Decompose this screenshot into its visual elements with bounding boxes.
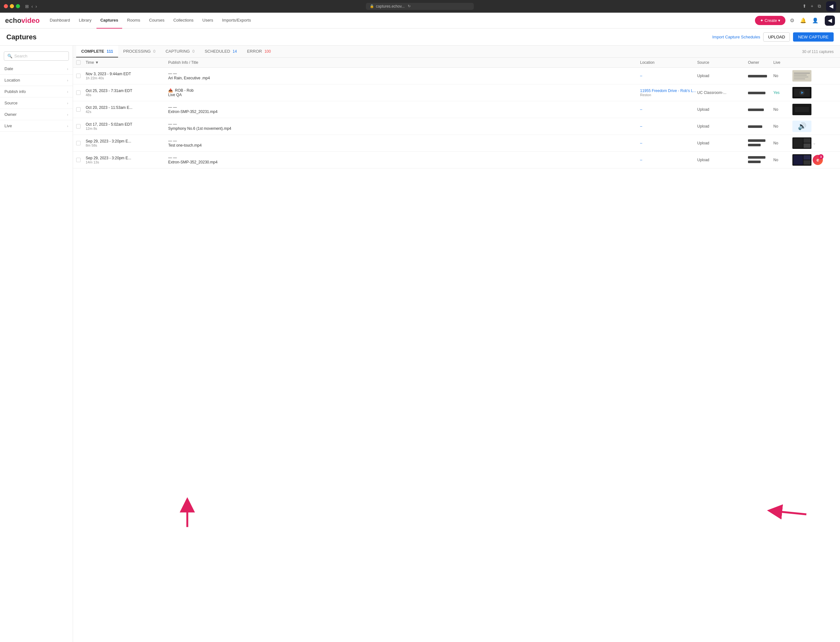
user-profile-button[interactable]: 👤: [811, 16, 820, 25]
thumbnail-cell: 🔊: [792, 121, 837, 132]
sidebar-toggle-icon[interactable]: ⊞: [25, 4, 29, 9]
tab-processing-count: 0: [153, 49, 156, 54]
sidebar-item-live[interactable]: Live ›: [0, 120, 73, 132]
select-all-checkbox[interactable]: [76, 60, 86, 65]
time-header[interactable]: Time ▼: [86, 60, 168, 65]
source-cell: UC Classroom-...: [697, 91, 748, 95]
owner-header[interactable]: Owner: [748, 60, 774, 65]
nav-link-rooms[interactable]: Rooms: [123, 13, 144, 29]
row-checkbox[interactable]: [76, 124, 81, 128]
nav-forward-icon[interactable]: ›: [36, 4, 37, 9]
svg-rect-1: [794, 73, 810, 74]
titlebar: ⊞ ‹ › 🔒 captures.echov... ↻ ⬆ + ⧉ ◀: [0, 0, 840, 13]
new-capture-button[interactable]: NEW CAPTURE: [793, 32, 834, 42]
time-cell: Oct 20, 2023 - 11:53am E... 42s: [86, 105, 168, 113]
tab-capturing[interactable]: CAPTURING 0: [161, 46, 199, 57]
audio-icon: 🔊: [798, 122, 806, 130]
table-row[interactable]: Sep 29, 2023 - 3:20pm E... 14m 13s — — E…: [73, 152, 840, 169]
nav-link-imports-exports[interactable]: Imports/Exports: [218, 13, 255, 29]
minimize-traffic-light[interactable]: [10, 4, 14, 8]
sidebar-item-source[interactable]: Source ›: [0, 97, 73, 109]
capture-title: Live QA: [168, 92, 640, 97]
sidebar-item-date[interactable]: Date ›: [0, 63, 73, 75]
nav-links: Dashboard Library Captures Rooms Courses…: [46, 13, 755, 29]
new-tab-icon[interactable]: +: [811, 3, 813, 9]
nav: echovideo Dashboard Library Captures Roo…: [0, 13, 840, 29]
table-row[interactable]: Nov 3, 2023 - 9:44am EDT 1h 22m 40s — — …: [73, 68, 840, 84]
header-actions: Import Capture Schedules UPLOAD NEW CAPT…: [712, 32, 834, 42]
table-row[interactable]: Oct 17, 2023 - 5:02am EDT 12m 8s — — Sym…: [73, 118, 840, 135]
page-header: Captures Import Capture Schedules UPLOAD…: [0, 29, 840, 46]
chevron-right-icon: ›: [67, 67, 68, 71]
thumbnail-cell: [792, 70, 837, 81]
thumbnail-cell: [792, 87, 837, 98]
share-icon[interactable]: ⬆: [803, 3, 806, 9]
nav-link-users[interactable]: Users: [199, 13, 217, 29]
nav-link-dashboard[interactable]: Dashboard: [46, 13, 74, 29]
capture-title: Symphony No.6 (1st movement).mp4: [168, 126, 640, 131]
nav-link-collections[interactable]: Collections: [169, 13, 197, 29]
sidebar-item-publish-info[interactable]: Publish info ›: [0, 86, 73, 97]
nav-back-icon[interactable]: ‹: [31, 4, 33, 9]
url-bar[interactable]: 🔒 captures.echov... ↻: [366, 3, 474, 10]
row-checkbox[interactable]: [76, 158, 81, 162]
sidebar-item-location[interactable]: Location ›: [0, 75, 73, 86]
publish-cell: — — Extron-SMP-352_20231.mp4: [168, 105, 640, 114]
tab-error-label: ERROR: [247, 49, 262, 54]
maximize-traffic-light[interactable]: [16, 4, 20, 8]
sidebar-item-owner[interactable]: Owner ›: [0, 109, 73, 120]
settings-button[interactable]: ⚙: [788, 16, 796, 25]
row-checkbox[interactable]: [76, 107, 81, 112]
row-checkbox[interactable]: [76, 74, 81, 78]
import-capture-schedules-link[interactable]: Import Capture Schedules: [712, 35, 760, 39]
user-avatar[interactable]: e 3: [813, 155, 823, 165]
table-row[interactable]: Sep 29, 2023 - 3:20pm E... 8m 58s — — Te…: [73, 135, 840, 152]
owner-cell: [748, 139, 774, 147]
owner-cell: [748, 124, 774, 128]
live-cell: No: [774, 107, 792, 112]
expand-icon[interactable]: ⌄: [813, 141, 816, 145]
notifications-button[interactable]: 🔔: [799, 16, 808, 25]
svg-rect-4: [794, 78, 805, 79]
tab-processing[interactable]: PROCESSING 0: [118, 46, 160, 57]
tab-complete[interactable]: COMPLETE 111: [76, 46, 118, 57]
close-traffic-light[interactable]: [4, 4, 8, 8]
search-input-wrapper[interactable]: 🔍 Search: [4, 52, 69, 61]
nav-link-library[interactable]: Library: [75, 13, 95, 29]
capture-duration: 12m 8s: [86, 126, 168, 130]
table-row[interactable]: Oct 20, 2023 - 11:53am E... 42s — — Extr…: [73, 101, 840, 118]
publish-status: — —: [168, 71, 640, 76]
tab-complete-label: COMPLETE: [81, 49, 104, 54]
thumbnail-cell: [792, 104, 837, 115]
nav-link-captures[interactable]: Captures: [96, 13, 122, 29]
publish-status: — —: [168, 139, 640, 143]
nav-link-courses[interactable]: Courses: [145, 13, 168, 29]
tab-bar: COMPLETE 111 PROCESSING 0 CAPTURING 0 SC…: [73, 46, 840, 58]
tab-scheduled-label: SCHEDULED: [205, 49, 230, 54]
location-header[interactable]: Location: [640, 60, 697, 65]
sidebar-filters: Date › Location › Publish info › Source …: [0, 63, 73, 132]
svg-rect-3: [794, 76, 808, 78]
captures-area: COMPLETE 111 PROCESSING 0 CAPTURING 0 SC…: [73, 46, 840, 642]
tabs-icon[interactable]: ⧉: [818, 3, 821, 9]
logo[interactable]: echovideo: [5, 16, 40, 25]
time-cell: Oct 17, 2023 - 5:02am EDT 12m 8s: [86, 122, 168, 130]
avatar-notification-badge: 3: [819, 154, 824, 159]
tab-error[interactable]: ERROR 100: [242, 46, 276, 57]
capture-thumbnail: [792, 70, 811, 81]
live-cell: No: [774, 74, 792, 78]
create-button[interactable]: ✦ Create ▾: [755, 16, 785, 25]
row-checkbox[interactable]: [76, 91, 81, 95]
publish-header[interactable]: Publish Info / Title: [168, 60, 640, 65]
capture-date: Oct 20, 2023 - 11:53am E...: [86, 105, 168, 110]
row-checkbox[interactable]: [76, 141, 81, 145]
time-cell: Oct 25, 2023 - 7:31am EDT 48s: [86, 89, 168, 97]
live-header[interactable]: Live: [774, 60, 792, 65]
capture-duration: 42s: [86, 110, 168, 113]
source-header[interactable]: Source: [697, 60, 748, 65]
page-title: Captures: [6, 33, 36, 41]
svg-rect-14: [804, 143, 811, 148]
upload-button[interactable]: UPLOAD: [763, 32, 790, 42]
tab-scheduled[interactable]: SCHEDULED 14: [199, 46, 242, 57]
table-row[interactable]: Oct 25, 2023 - 7:31am EDT 48s 📤 ROB - Ro…: [73, 84, 840, 101]
